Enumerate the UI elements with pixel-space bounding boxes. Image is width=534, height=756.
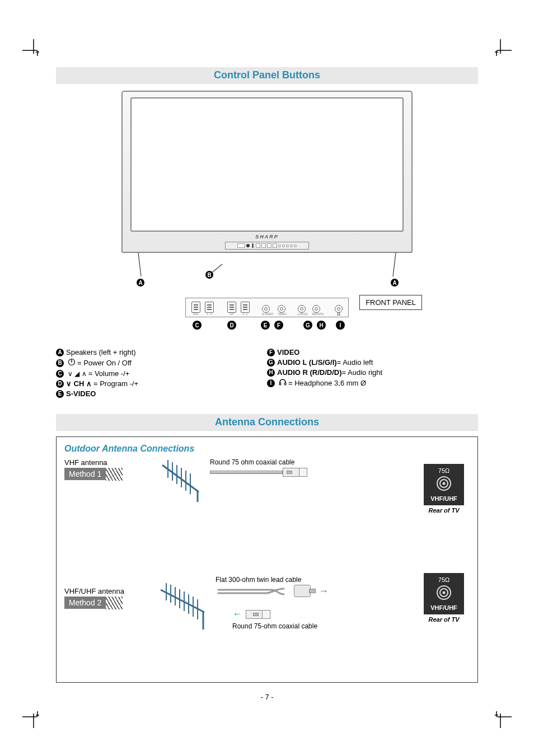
crop-mark-tl-icon (22, 39, 45, 62)
control-panel-legend: ASpeakers (left + right) B = Power On / … (56, 346, 478, 400)
legend-item-c: C∨ ◢ ∧= Volume -/+ (56, 369, 267, 378)
crop-mark-tr-icon (489, 39, 512, 62)
vhf-antenna-icon (154, 458, 204, 503)
legend-item-g: GAUDIO L (L/S/G/I) = Audio left (267, 358, 478, 367)
method1-antenna-label: VHF antenna (64, 458, 148, 467)
svg-line-0 (138, 253, 141, 276)
svg-point-30 (443, 591, 446, 594)
callout-a-right: A (391, 279, 399, 287)
tv-body: SHARP (121, 91, 413, 253)
callout-i: I (336, 321, 345, 330)
speaker-callout-lines-icon (121, 253, 413, 287)
tv-frame: SHARP A A B (121, 91, 413, 253)
coax-plug-icon (246, 610, 263, 619)
hatch-decoration-icon (106, 468, 123, 481)
coax-jack-icon (435, 475, 452, 492)
tv-screen (130, 97, 404, 232)
callout-e: E (261, 321, 270, 330)
callout-f: F (274, 321, 283, 330)
callout-d: D (227, 321, 236, 330)
legend-item-e: ES-VIDEO (56, 389, 267, 398)
front-panel: VOL ∨ ∧ CH ∨ ∧ S-VIDEO VIDEO L(S/G/I) R(… (185, 298, 349, 317)
section-title-antenna: Antenna Connections (215, 416, 319, 428)
method1-left: VHF antenna Method 1 (64, 458, 148, 481)
svg-line-1 (393, 253, 396, 276)
twin-lead-cable-icon (216, 585, 294, 597)
section-title: Control Panel Buttons (214, 69, 320, 81)
coax-cable-icon (210, 471, 283, 474)
method2-antenna-label: VHF/UHF antenna (64, 587, 148, 595)
crop-mark-bl-icon (22, 706, 45, 728)
method2-left: VHF/UHF antenna Method 2 (64, 576, 148, 609)
rear-panel-1: 75Ω VHF/UHF Rear of TV (424, 464, 464, 514)
method2-antenna-icon (154, 576, 210, 632)
section-header-antenna: Antenna Connections (56, 414, 478, 431)
svg-rect-6 (284, 383, 286, 385)
callout-h: H (317, 321, 326, 330)
legend-item-d: D∨ CH ∧ = Program -/+ (56, 379, 267, 388)
front-panel-label-box: FRONT PANEL (359, 295, 422, 310)
method2-cable-bottom-label: Round 75-ohm coaxial cable (232, 622, 470, 630)
crop-mark-br-icon (489, 706, 512, 728)
coax-connector-icon (263, 610, 270, 619)
rear-caption-1: Rear of TV (424, 507, 464, 514)
callout-c: C (193, 321, 202, 330)
legend-item-b: B = Power On / Off (56, 358, 267, 368)
callout-g: G (303, 321, 312, 330)
rear-ohm-2: 75Ω (426, 576, 462, 583)
rear-vhfuhf-2: VHF/UHF (426, 604, 462, 611)
antenna-subtitle: Outdoor Antenna Connections (64, 444, 470, 454)
tv-brand-label: SHARP (123, 234, 411, 240)
balun-adapter-icon (294, 585, 311, 597)
coax-connector-icon (299, 468, 307, 477)
rear-caption-2: Rear of TV (424, 616, 464, 623)
legend-item-a: ASpeakers (left + right) (56, 348, 267, 356)
tv-mini-front-panel (225, 242, 309, 250)
manual-page: Control Panel Buttons SHARP (0, 0, 534, 756)
antenna-method-2: VHF/UHF antenna Method 2 Flat 300-ohm tw… (64, 576, 470, 671)
headphone-icon (279, 378, 287, 388)
coax-plug-icon (283, 468, 299, 477)
rear-ohm-1: 75Ω (426, 467, 462, 474)
hatch-decoration-icon (106, 597, 123, 609)
antenna-method-1: VHF antenna Method 1 Round 75 ohm coaxia… (64, 458, 470, 553)
vhf-uhf-antenna-icon (154, 581, 210, 632)
method1-antenna-icon (154, 458, 204, 503)
rear-panel-2: 75Ω VHF/UHF Rear of TV (424, 573, 464, 623)
front-panel-detail: FRONT PANEL VOL ∨ ∧ CH ∨ ∧ S-VIDEO VIDEO… (56, 298, 478, 317)
section-header-control-panel: Control Panel Buttons (56, 67, 478, 84)
tv-illustration: SHARP A A B (56, 91, 478, 253)
svg-point-17 (443, 482, 446, 485)
legend-right-column: FVIDEO GAUDIO L (L/S/G/I) = Audio left H… (267, 346, 478, 400)
svg-rect-5 (279, 383, 281, 385)
coax-jack-icon (435, 584, 452, 601)
callout-a-left: A (137, 279, 144, 287)
power-icon (68, 358, 76, 368)
method1-tag: Method 1 (64, 468, 106, 480)
legend-item-f: FVIDEO (267, 348, 478, 356)
rear-vhfuhf-1: VHF/UHF (426, 495, 462, 502)
volume-icon: ∨ ◢ ∧ (68, 370, 87, 378)
method2-tag: Method 2 (64, 597, 106, 609)
legend-left-column: ASpeakers (left + right) B = Power On / … (56, 346, 267, 400)
page-number: - 7 - (56, 693, 478, 701)
legend-item-i: I = Headphone 3,6 mm Ø (267, 378, 478, 388)
legend-item-h: HAUDIO R (R/D/D/D) = Audio right (267, 368, 478, 377)
antenna-diagram-box: Outdoor Antenna Connections VHF antenna … (56, 436, 478, 683)
callout-b: B (205, 271, 213, 279)
page-content: Control Panel Buttons SHARP (56, 67, 478, 701)
panel-callout-letters-row: C D E F G H I (56, 321, 478, 330)
